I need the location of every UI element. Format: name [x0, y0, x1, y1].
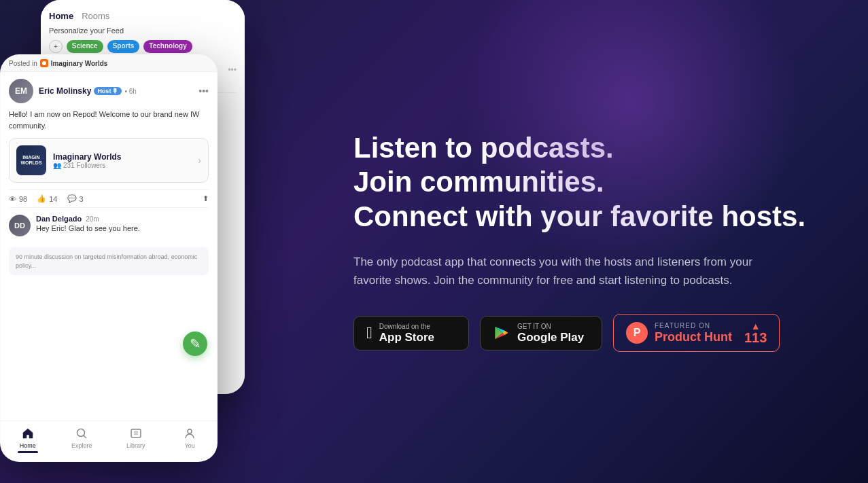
thumb-up-icon: 👍	[37, 194, 46, 203]
explore-nav-icon	[75, 427, 88, 440]
post-actions: 👁 98 👍 14 💬 3 ⬆	[9, 190, 209, 208]
phone-mockup-section: Home Rooms Personalize your Feed + Scien…	[0, 0, 326, 483]
posted-in-label: Posted in	[9, 60, 37, 67]
google-play-main-label: Google Play	[517, 332, 584, 343]
posted-in-bar: Posted in Imaginary Worlds	[1, 55, 217, 72]
app-store-button[interactable]:  Download on the App Store	[353, 316, 469, 351]
audio-snippet-text: 90 minute discussion on targeted misinfo…	[16, 253, 202, 270]
profile-nav-icon	[183, 427, 196, 440]
technology-tag[interactable]: Technology	[143, 40, 192, 53]
product-hunt-count-section: ▲ 113	[744, 321, 767, 344]
eric-molinsky-avatar: EM	[9, 79, 33, 103]
svg-rect-3	[131, 429, 141, 437]
phone-front: Posted in Imaginary Worlds EM Eric Molin…	[0, 54, 218, 462]
product-hunt-logo: P	[626, 322, 648, 344]
add-tag-button[interactable]: +	[49, 40, 63, 53]
comment-author-name: Dan Delgado	[36, 215, 82, 223]
comment-text: Hey Eric! Glad to see you here.	[36, 224, 140, 232]
app-store-sub-label: Download on the	[379, 323, 434, 330]
more-options-icon[interactable]: •••	[228, 65, 237, 75]
google-play-sub-label: GET IT ON	[517, 323, 584, 330]
comment-time: 20m	[86, 215, 99, 223]
post-time: • 6h	[124, 88, 136, 95]
comment-section: DD Dan Delgado 20m Hey Eric! Glad to see…	[9, 215, 209, 236]
nav-you-label: You	[185, 442, 195, 449]
library-nav-icon	[129, 427, 143, 440]
product-hunt-button[interactable]: P FEATURED ON Product Hunt ▲ 113	[613, 314, 780, 352]
cta-buttons:  Download on the App Store	[353, 314, 827, 352]
podcast-card[interactable]: IMAGIN WORLDS Imaginary Worlds 👥 231 Fol…	[9, 138, 209, 183]
description-text: The only podcast app that connects you w…	[353, 253, 775, 289]
svg-point-6	[188, 429, 192, 433]
svg-point-1	[77, 429, 85, 437]
post-author-name: Eric Molinsky	[39, 86, 91, 96]
share-action[interactable]: ⬆	[203, 194, 209, 203]
audio-snippet: 90 minute discussion on targeted misinfo…	[9, 247, 209, 275]
nav-home[interactable]: Home	[1, 427, 55, 453]
host-badge: Host 🎙	[94, 87, 122, 95]
nav-explore-label: Explore	[71, 442, 92, 449]
likes-action[interactable]: 👍 14	[37, 194, 57, 203]
apple-icon: 	[366, 323, 372, 342]
podcast-card-followers: 👥 231 Followers	[53, 162, 191, 169]
product-hunt-main-label: Product Hunt	[655, 331, 732, 343]
views-action[interactable]: 👁 98	[9, 195, 27, 203]
post-header: EM Eric Molinsky Host 🎙 • 6h •••	[9, 79, 209, 103]
podcast-community-icon	[40, 59, 48, 67]
google-play-icon	[493, 324, 510, 342]
podcast-card-name: Imaginary Worlds	[53, 152, 191, 162]
nav-you[interactable]: You	[163, 427, 218, 453]
right-section: Listen to podcasts. Join communities. Co…	[326, 90, 868, 393]
nav-library[interactable]: Library	[109, 427, 163, 453]
app-store-text: Download on the App Store	[379, 323, 434, 343]
nav-explore[interactable]: Explore	[55, 427, 109, 453]
eye-icon: 👁	[9, 195, 16, 203]
google-play-button[interactable]: GET IT ON Google Play	[480, 316, 602, 351]
science-tag[interactable]: Science	[67, 40, 103, 53]
headline-block: Listen to podcasts. Join communities. Co…	[353, 131, 827, 234]
product-hunt-text: FEATURED ON Product Hunt	[655, 323, 732, 343]
sports-tag[interactable]: Sports	[107, 40, 140, 53]
app-store-main-label: App Store	[379, 332, 434, 343]
bottom-nav: Home Explore	[1, 421, 217, 461]
post-text: Hello! I am now on Repod! Welcome to our…	[9, 109, 209, 131]
back-phone-home-tab[interactable]: Home	[49, 11, 73, 21]
dan-delgado-avatar: DD	[9, 215, 31, 236]
headline-line3: Connect with your favorite hosts.	[353, 200, 827, 234]
nav-library-label: Library	[126, 442, 145, 449]
comments-action[interactable]: 💬 3	[67, 194, 84, 203]
post-area: EM Eric Molinsky Host 🎙 • 6h ••• Hello! …	[1, 72, 217, 421]
headline-line2: Join communities.	[353, 165, 827, 199]
back-phone-subtitle: Personalize your Feed	[49, 26, 237, 35]
fab-compose-button[interactable]: ✎	[183, 332, 207, 356]
home-nav-icon	[21, 427, 35, 440]
svg-point-0	[42, 61, 46, 65]
share-icon: ⬆	[203, 194, 209, 203]
back-phone-rooms-tab[interactable]: Rooms	[82, 11, 109, 21]
post-options-icon[interactable]: •••	[198, 86, 209, 96]
svg-line-2	[84, 435, 86, 438]
community-name[interactable]: Imaginary Worlds	[51, 60, 108, 67]
product-hunt-sub-label: FEATURED ON	[655, 323, 732, 329]
podcast-card-info: Imaginary Worlds 👥 231 Followers	[53, 152, 191, 169]
comment-icon: 💬	[67, 194, 77, 203]
product-hunt-count: 113	[744, 331, 767, 344]
podcast-thumbnail: IMAGIN WORLDS	[16, 145, 46, 175]
google-play-text: GET IT ON Google Play	[517, 323, 584, 343]
upvote-arrow-icon: ▲	[751, 321, 761, 331]
nav-active-indicator	[18, 451, 38, 453]
back-phone-tags: + Science Sports Technology	[49, 40, 237, 53]
nav-home-label: Home	[20, 442, 36, 449]
headline-line1: Listen to podcasts.	[353, 131, 827, 165]
post-author-info: Eric Molinsky Host 🎙 • 6h	[39, 86, 193, 96]
chevron-right-icon: ›	[198, 155, 201, 166]
